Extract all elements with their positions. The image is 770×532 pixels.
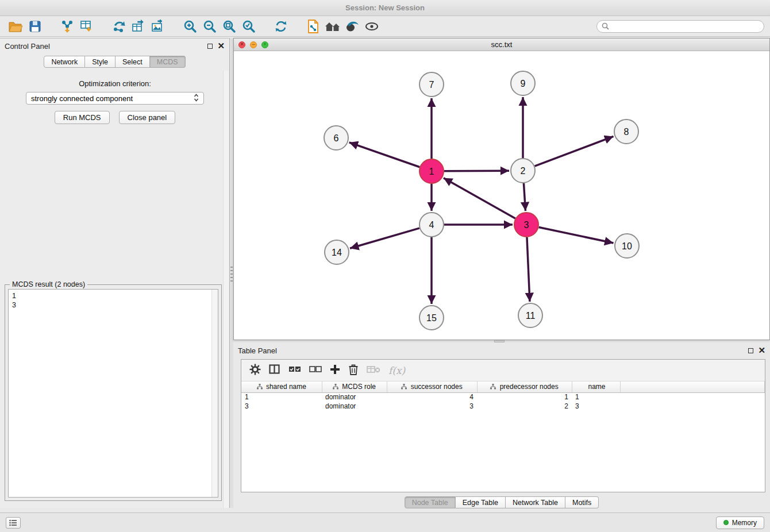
toolbar-zoom-fit-button[interactable] xyxy=(220,18,239,35)
memory-button[interactable]: Memory xyxy=(716,516,764,529)
unchecked-boxes-icon xyxy=(309,365,322,373)
function-builder-button[interactable]: f(x) xyxy=(388,365,405,376)
deselect-all-button[interactable] xyxy=(309,365,322,376)
import-table-icon xyxy=(79,20,94,33)
toolbar-import-table-button[interactable] xyxy=(77,18,97,35)
cell-predecessor-nodes[interactable]: 1 xyxy=(477,392,572,402)
add-column-button[interactable] xyxy=(330,364,340,377)
graph-edge-2-3[interactable] xyxy=(523,183,525,211)
toolbar-save-button[interactable] xyxy=(25,18,45,35)
tab-motifs[interactable]: Motifs xyxy=(565,496,599,508)
cell-mcds-role[interactable]: dominator xyxy=(322,402,387,411)
home-icon xyxy=(324,20,341,33)
splitter-handle[interactable] xyxy=(230,267,233,282)
delete-table-button[interactable] xyxy=(367,365,380,376)
delete-column-button[interactable] xyxy=(348,364,359,377)
mcds-result-item[interactable]: 1 xyxy=(12,291,214,300)
cell-name[interactable]: 3 xyxy=(572,402,620,411)
toolbar-open-button[interactable] xyxy=(6,18,25,35)
toolbar-document-button[interactable] xyxy=(303,18,323,35)
column-header-name[interactable]: name xyxy=(572,381,620,392)
zoom-in-icon xyxy=(183,19,198,34)
horizontal-splitter-handle[interactable] xyxy=(494,340,505,342)
control-panel-scrollbar[interactable] xyxy=(223,71,229,508)
cell-predecessor-nodes[interactable]: 2 xyxy=(477,402,572,411)
cell-successor-nodes[interactable]: 3 xyxy=(387,402,477,411)
table-row[interactable]: 1 dominator 4 1 1 xyxy=(241,392,765,402)
show-columns-button[interactable] xyxy=(269,364,280,377)
close-panel-button[interactable]: Close panel xyxy=(119,111,176,124)
column-edit-icon xyxy=(401,384,407,390)
cell-successor-nodes[interactable]: 4 xyxy=(387,392,477,402)
close-table-panel-icon[interactable]: ✕ xyxy=(758,348,765,353)
tab-style[interactable]: Style xyxy=(85,56,116,68)
graph-node-label-15: 15 xyxy=(426,313,437,323)
float-panel-icon[interactable] xyxy=(207,44,213,49)
column-edit-icon xyxy=(257,384,263,390)
mcds-result-item[interactable]: 3 xyxy=(12,300,214,310)
graph-node-label-9: 9 xyxy=(521,79,526,88)
task-history-button[interactable] xyxy=(6,517,21,529)
column-header-predecessor-nodes[interactable]: predecessor nodes xyxy=(477,381,572,392)
tab-mcds[interactable]: MCDS xyxy=(150,56,186,68)
export-table-icon xyxy=(131,20,146,33)
toolbar-zoom-selected-button[interactable] xyxy=(239,18,259,35)
control-panel-header: Control Panel ✕ xyxy=(0,38,229,53)
float-table-panel-icon[interactable] xyxy=(748,348,753,353)
graph-edge-2-8[interactable] xyxy=(535,136,614,166)
graph-node-label-8: 8 xyxy=(624,127,629,137)
select-all-button[interactable] xyxy=(288,365,301,376)
toolbar-zoom-out-button[interactable] xyxy=(200,18,220,35)
toolbar-import-network-button[interactable] xyxy=(57,18,77,35)
search-input[interactable] xyxy=(612,22,759,30)
tab-select[interactable]: Select xyxy=(116,56,150,68)
zoom-out-icon xyxy=(202,19,217,34)
close-panel-icon[interactable]: ✕ xyxy=(217,43,225,49)
network-window: scc.txt ✕ – + 7968124314101511 xyxy=(233,38,770,340)
save-icon xyxy=(28,20,42,33)
graph-edge-4-14[interactable] xyxy=(350,228,419,248)
toolbar-export-network-button[interactable] xyxy=(109,18,129,35)
cell-shared-name[interactable]: 1 xyxy=(241,392,322,402)
tab-node-table[interactable]: Node Table xyxy=(405,496,456,508)
graph-edge-3-1[interactable] xyxy=(444,178,515,218)
toolbar-style-button[interactable] xyxy=(342,18,362,35)
toolbar-export-image-button[interactable] xyxy=(148,18,168,35)
search-field[interactable] xyxy=(596,20,764,33)
column-header-shared-name[interactable]: shared name xyxy=(241,381,322,392)
cell-name[interactable]: 1 xyxy=(572,392,620,402)
table-row[interactable]: 3 dominator 3 2 3 xyxy=(241,402,765,411)
table-panel: Table Panel ✕ xyxy=(233,343,770,510)
toolbar-zoom-in-button[interactable] xyxy=(180,18,200,35)
tab-network[interactable]: Network xyxy=(44,56,85,68)
table-panel-title: Table Panel xyxy=(238,346,277,355)
toolbar-export-table-button[interactable] xyxy=(129,18,148,35)
graph-node-label-6: 6 xyxy=(334,133,339,143)
graph-edge-1-2[interactable] xyxy=(444,171,509,171)
result-scrollbar[interactable] xyxy=(211,290,218,497)
plus-icon xyxy=(330,364,340,375)
column-header-mcds-role[interactable]: MCDS role xyxy=(322,381,387,392)
delete-table-icon xyxy=(367,365,380,374)
network-canvas[interactable]: 7968124314101511 xyxy=(234,51,769,340)
toolbar-home-button[interactable] xyxy=(323,18,342,35)
toolbar-refresh-button[interactable] xyxy=(271,18,291,35)
network-graph[interactable]: 7968124314101511 xyxy=(234,51,769,340)
tab-edge-table[interactable]: Edge Table xyxy=(456,496,506,508)
graph-node-label-14: 14 xyxy=(332,248,342,257)
mcds-result-list[interactable]: 1 3 xyxy=(8,289,218,498)
criterion-dropdown[interactable]: strongly connected component xyxy=(26,92,204,105)
run-mcds-button[interactable]: Run MCDS xyxy=(55,111,110,124)
style-brush-icon xyxy=(345,20,360,33)
cell-mcds-role[interactable]: dominator xyxy=(322,392,387,402)
graph-edge-1-6[interactable] xyxy=(349,142,420,167)
column-header-successor-nodes[interactable]: successor nodes xyxy=(387,381,477,392)
graph-edge-3-10[interactable] xyxy=(539,228,614,243)
toolbar-eye-button[interactable] xyxy=(362,18,382,35)
table-toolbar: f(x) xyxy=(241,360,765,381)
graph-node-label-3: 3 xyxy=(524,220,529,230)
graph-edge-3-11[interactable] xyxy=(527,237,530,302)
cell-shared-name[interactable]: 3 xyxy=(241,402,322,411)
table-settings-button[interactable] xyxy=(249,364,261,377)
tab-network-table[interactable]: Network Table xyxy=(506,496,565,508)
